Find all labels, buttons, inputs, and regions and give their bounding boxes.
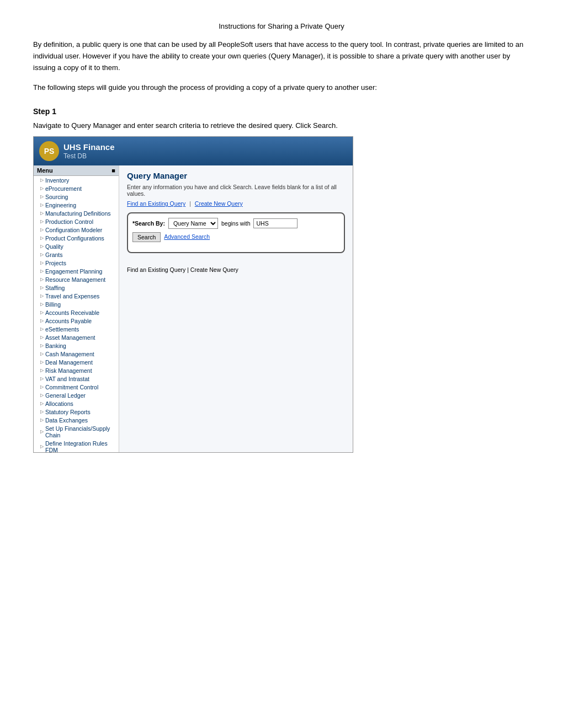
sidebar-item-grants[interactable]: Grants (34, 250, 119, 259)
ps-logo: PS (39, 141, 59, 161)
ps-body: Menu ■ Inventory eProcurement Sourcing E… (34, 165, 353, 452)
create-new-query-link-bottom[interactable]: Create New Query (190, 266, 238, 273)
search-area: *Search By: Query Name begins with Searc… (127, 212, 345, 253)
qm-links-bottom: Find an Existing Query | Create New Quer… (127, 266, 345, 273)
intro-paragraph-2: The following steps will guide you throu… (33, 82, 530, 94)
sidebar-item-data-exchange[interactable]: Data Exchanges (34, 416, 119, 424)
sidebar-item-cash[interactable]: Cash Management (34, 350, 119, 358)
ps-sidebar: Menu ■ Inventory eProcurement Sourcing E… (34, 165, 119, 452)
begins-with-label: begins with (221, 220, 251, 227)
find-existing-query-link-bottom[interactable]: Find an Existing Query (127, 266, 185, 273)
sidebar-header: Menu ■ (34, 165, 119, 176)
sidebar-item-product-config[interactable]: Product Configurations (34, 234, 119, 242)
search-by-select[interactable]: Query Name (168, 218, 218, 229)
sidebar-item-billing[interactable]: Billing (34, 300, 119, 308)
intro-paragraph-1: By definition, a public query is one tha… (33, 39, 530, 73)
search-button[interactable]: Search (132, 232, 161, 242)
sidebar-item-engagement[interactable]: Engagement Planning (34, 267, 119, 275)
search-btn-row: Search Advanced Search (132, 232, 339, 242)
sidebar-item-resource[interactable]: Resource Management (34, 275, 119, 283)
sidebar-item-engineering[interactable]: Engineering (34, 201, 119, 209)
page-title: Instructions for Sharing a Private Query (33, 22, 530, 30)
sidebar-item-prod-control[interactable]: Production Control (34, 217, 119, 226)
sidebar-item-mfg-def[interactable]: Manufacturing Definitions (34, 209, 119, 217)
sidebar-item-travel[interactable]: Travel and Expenses (34, 292, 119, 300)
step1-heading: Step 1 (33, 107, 530, 116)
sidebar-item-risk[interactable]: Risk Management (34, 366, 119, 374)
svg-text:PS: PS (44, 147, 55, 156)
sidebar-item-vat[interactable]: VAT and Intrastat (34, 374, 119, 383)
sidebar-item-eprocurement[interactable]: eProcurement (34, 184, 119, 192)
sidebar-item-ap[interactable]: Accounts Payable (34, 317, 119, 325)
screenshot-container: PS UHS Finance Test DB Menu ■ Inventory … (33, 136, 353, 453)
sidebar-item-banking[interactable]: Banking (34, 341, 119, 350)
ps-header: PS UHS Finance Test DB (34, 137, 353, 165)
search-input[interactable] (253, 218, 298, 228)
sidebar-item-config-modeler[interactable]: Configuration Modeler (34, 226, 119, 234)
sidebar-item-asset[interactable]: Asset Management (34, 333, 119, 341)
sidebar-item-inventory[interactable]: Inventory (34, 176, 119, 184)
sidebar-item-gl[interactable]: General Ledger (34, 391, 119, 399)
ps-app-name: UHS Finance Test DB (63, 142, 115, 160)
sidebar-item-quality[interactable]: Quality (34, 242, 119, 250)
ps-main: Query Manager Enter any information you … (119, 165, 353, 452)
search-by-label: *Search By: (132, 220, 165, 227)
sidebar-item-setup[interactable]: Set Up Financials/Supply Chain (34, 424, 119, 439)
sidebar-item-staffing[interactable]: Staffing (34, 283, 119, 292)
sidebar-item-deal[interactable]: Deal Management (34, 358, 119, 366)
sidebar-item-allocations[interactable]: Allocations (34, 399, 119, 408)
qm-links-top: Find an Existing Query | Create New Quer… (127, 200, 345, 207)
qm-title: Query Manager (127, 171, 345, 180)
find-existing-query-link-top[interactable]: Find an Existing Query (127, 200, 185, 207)
create-new-query-link-top[interactable]: Create New Query (195, 200, 243, 207)
sidebar-item-commitment[interactable]: Commitment Control (34, 383, 119, 391)
advanced-search-link[interactable]: Advanced Search (164, 232, 210, 242)
step1-description: Navigate to Query Manager and enter sear… (33, 121, 530, 130)
sidebar-item-esettlements[interactable]: eSettlements (34, 325, 119, 333)
sidebar-item-ar[interactable]: Accounts Receivable (34, 308, 119, 317)
sidebar-item-sourcing[interactable]: Sourcing (34, 192, 119, 201)
sidebar-item-projects[interactable]: Projects (34, 259, 119, 267)
qm-description: Enter any information you have and click… (127, 184, 345, 197)
search-row: *Search By: Query Name begins with (132, 218, 339, 229)
sidebar-item-integration[interactable]: Define Integration Rules FDM (34, 439, 119, 452)
sidebar-item-statutory[interactable]: Statutory Reports (34, 408, 119, 416)
